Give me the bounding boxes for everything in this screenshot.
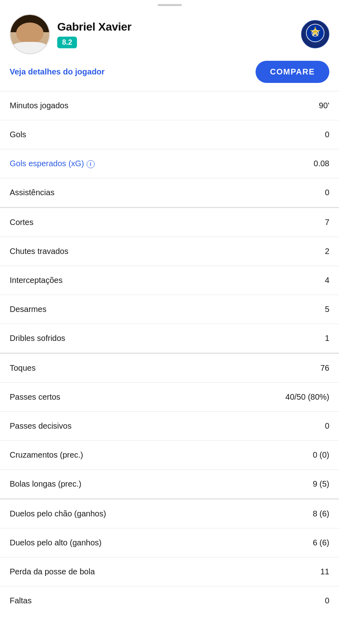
stat-value: 0.08 — [314, 159, 329, 168]
stat-value: 9 (5) — [313, 479, 329, 489]
stat-value: 1 — [325, 334, 329, 343]
stat-value: 7 — [325, 218, 329, 227]
actions-row: Veja detalhes do jogador COMPARE — [0, 61, 339, 91]
stat-label: Bolas longas (prec.) — [10, 479, 81, 489]
stat-row: Duelos pelo chão (ganhos)8 (6) — [0, 500, 339, 528]
stat-label: Perda da posse de bola — [10, 567, 95, 576]
player-header: Gabriel Xavier 8.2 EC — [0, 6, 339, 61]
stat-value: 6 (6) — [313, 538, 329, 547]
stat-row: Duelos pelo alto (ganhos)6 (6) — [0, 528, 339, 557]
stat-value: 0 (0) — [313, 450, 329, 460]
stat-row: Passes certos40/50 (80%) — [0, 383, 339, 412]
stat-row: Toques76 — [0, 354, 339, 383]
details-link[interactable]: Veja detalhes do jogador — [10, 67, 105, 76]
stat-row: Faltas0 — [0, 586, 339, 615]
stat-label: Duelos pelo chão (ganhos) — [10, 509, 106, 518]
rating-badge: 8.2 — [57, 37, 77, 48]
stat-row: Chutes travados2 — [0, 237, 339, 266]
stat-value: 5 — [325, 305, 329, 314]
stat-row: Gols esperados (xG)i0.08 — [0, 149, 339, 178]
player-info: Gabriel Xavier 8.2 — [10, 14, 131, 54]
stat-row: Assistências0 — [0, 178, 339, 207]
player-name: Gabriel Xavier — [57, 21, 131, 33]
stat-value: 0 — [325, 596, 329, 605]
stat-row: Perda da posse de bola11 — [0, 557, 339, 586]
stat-label: Cruzamentos (prec.) — [10, 450, 83, 460]
stat-value: 40/50 (80%) — [285, 392, 329, 402]
stat-row: Desarmes5 — [0, 295, 339, 324]
club-logo-icon: EC — [305, 23, 325, 46]
stat-row: Cruzamentos (prec.)0 (0) — [0, 441, 339, 470]
svg-text:EC: EC — [313, 32, 317, 35]
stat-label: Chutes travados — [10, 247, 69, 256]
stat-value: 4 — [325, 276, 329, 285]
stat-value: 0 — [325, 421, 329, 431]
stat-label: Toques — [10, 363, 36, 373]
stat-value: 76 — [320, 363, 329, 373]
stat-label: Passes certos — [10, 392, 60, 402]
stat-label: Assistências — [10, 188, 54, 197]
info-icon[interactable]: i — [87, 160, 95, 168]
compare-button[interactable]: COMPARE — [256, 61, 329, 83]
stat-value: 0 — [325, 188, 329, 197]
stat-label: Minutos jogados — [10, 101, 69, 110]
stat-label: Cortes — [10, 218, 33, 227]
club-logo: EC — [301, 20, 329, 48]
stat-label: Passes decisivos — [10, 421, 71, 431]
stat-value: 11 — [320, 567, 329, 576]
stat-label: Desarmes — [10, 305, 46, 314]
avatar — [10, 14, 50, 54]
stat-label: Faltas — [10, 596, 31, 605]
stat-label[interactable]: Gols esperados (xG)i — [10, 159, 95, 168]
stat-value: 90' — [319, 101, 329, 110]
stat-label: Gols — [10, 130, 26, 139]
stat-row: Bolas longas (prec.)9 (5) — [0, 470, 339, 499]
stat-value: 0 — [325, 130, 329, 139]
player-details: Gabriel Xavier 8.2 — [57, 21, 131, 48]
stat-row: Interceptações4 — [0, 266, 339, 295]
stat-label: Interceptações — [10, 276, 62, 285]
stats-section: Minutos jogados90'Gols0Gols esperados (x… — [0, 91, 339, 615]
stat-row: Gols0 — [0, 120, 339, 149]
stat-value: 8 (6) — [313, 509, 329, 518]
stat-row: Minutos jogados90' — [0, 91, 339, 120]
stat-row: Cortes7 — [0, 208, 339, 237]
stat-row: Dribles sofridos1 — [0, 324, 339, 353]
stat-label: Dribles sofridos — [10, 334, 65, 343]
stat-label: Duelos pelo alto (ganhos) — [10, 538, 102, 547]
stat-row: Passes decisivos0 — [0, 412, 339, 441]
stat-value: 2 — [325, 247, 329, 256]
